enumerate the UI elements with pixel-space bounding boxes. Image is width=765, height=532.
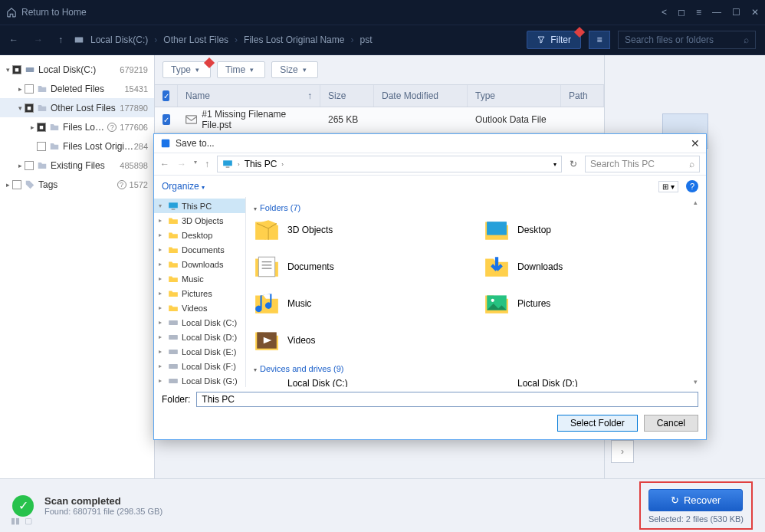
tree-toggle[interactable]: ▸ (159, 246, 165, 253)
view-mode-button[interactable]: ⊞ ▾ (658, 181, 678, 192)
tree-toggle[interactable]: ▸ (159, 377, 165, 384)
dlg-tree-row[interactable]: ▸Downloads (154, 257, 245, 271)
scroll-up[interactable]: ▴ (694, 199, 704, 206)
folder-input[interactable] (196, 392, 698, 407)
dlg-search-input[interactable]: Search This PC ⌕ (585, 156, 700, 172)
crumb-2[interactable]: Files Lost Original Name (244, 34, 344, 45)
crumb-1[interactable]: Other Lost Files (163, 34, 228, 45)
tree-toggle[interactable]: ▸ (159, 319, 165, 326)
time-filter[interactable]: Time▾ (217, 61, 265, 78)
tree-toggle[interactable]: ▸ (159, 304, 165, 311)
preview-next-button[interactable]: › (611, 440, 634, 463)
select-folder-button[interactable]: Select Folder (557, 415, 638, 432)
menu-icon[interactable]: ≡ (696, 7, 701, 18)
tree-toggle[interactable]: ▸ (159, 348, 165, 355)
return-home-button[interactable]: Return to Home (6, 7, 87, 18)
folder-item[interactable]: 3D Objects (254, 217, 468, 243)
tree-row[interactable]: ▾■Local Disk(C:)679219 (0, 60, 154, 79)
tree-toggle[interactable]: ▸ (28, 123, 37, 131)
up-button[interactable]: ↑ (58, 34, 63, 45)
dlg-tree-row[interactable]: ▸Local Disk (D:) (154, 330, 245, 344)
tree-checkbox[interactable]: ■ (25, 103, 34, 113)
help-button[interactable]: ? (686, 180, 698, 192)
dlg-tree-row[interactable]: ▸Local Disk (G:) (154, 373, 245, 387)
dlg-back-button[interactable]: ← (160, 159, 169, 169)
tree-toggle[interactable]: ▸ (159, 232, 165, 238)
folder-item[interactable]: Downloads (484, 254, 698, 280)
forward-button[interactable]: → (34, 34, 43, 45)
tree-row[interactable]: ▾■Other Lost Files177890 (0, 98, 154, 117)
back-button[interactable]: ← (9, 34, 18, 45)
dialog-close-button[interactable]: ✕ (691, 137, 700, 149)
tree-toggle[interactable]: ▸ (159, 217, 165, 224)
share-icon[interactable]: < (662, 7, 667, 18)
dlg-tree-row[interactable]: ▸Pictures (154, 286, 245, 300)
col-date[interactable]: Date Modified (374, 85, 468, 107)
tree-toggle[interactable]: ▸ (159, 275, 165, 282)
help-icon[interactable]: ? (107, 123, 117, 132)
dlg-tree-row[interactable]: ▾This PC (154, 199, 245, 213)
tree-checkbox[interactable] (25, 84, 34, 94)
dlg-tree-row[interactable]: ▸Local Disk (E:) (154, 344, 245, 359)
col-path[interactable]: Path (561, 85, 604, 107)
drives-section-header[interactable]: ▾Devices and drives (9) (254, 364, 698, 373)
col-name[interactable]: Name↑ (178, 85, 320, 107)
scroll-down[interactable]: ▾ (694, 378, 704, 386)
dlg-path-bar[interactable]: › This PC › ▾ (217, 156, 562, 172)
tree-row[interactable]: ▸Tags?1572 (0, 175, 154, 194)
filter-button[interactable]: Filter (527, 31, 581, 49)
dlg-tree-row[interactable]: ▸Videos (154, 300, 245, 315)
tree-checkbox[interactable] (37, 142, 46, 151)
dlg-tree-row[interactable]: ▸Local Disk (F:) (154, 359, 245, 373)
tree-toggle[interactable]: ▸ (159, 363, 165, 369)
cancel-button[interactable]: Cancel (644, 415, 698, 432)
search-input[interactable]: Search files or folders ⌕ (618, 31, 756, 49)
tree-toggle[interactable]: ▸ (159, 333, 165, 340)
dlg-tree-row[interactable]: ▸Music (154, 271, 245, 286)
tree-checkbox[interactable] (12, 180, 21, 189)
tree-row[interactable]: Files Lost Original Dire…284 (0, 136, 154, 156)
dlg-tree-row[interactable]: ▸Desktop (154, 228, 245, 242)
tree-row[interactable]: ▸■Files Lost Origi...?177606 (0, 117, 154, 136)
recover-button[interactable]: ↻ Recover (648, 489, 743, 511)
tree-checkbox[interactable] (25, 161, 34, 170)
pin-icon[interactable]: ◻ (678, 7, 685, 18)
tree-toggle[interactable]: ▸ (3, 181, 12, 189)
dlg-forward-button[interactable]: → (177, 159, 186, 169)
list-view-toggle[interactable]: ≡ (589, 31, 610, 49)
help-icon[interactable]: ? (117, 180, 126, 189)
crumb-0[interactable]: Local Disk(C:) (90, 34, 148, 45)
folder-item[interactable]: Documents (254, 254, 468, 280)
playback-controls[interactable]: ▮▮▢ (11, 516, 32, 526)
minimize-button[interactable]: — (712, 7, 721, 18)
row-checkbox[interactable]: ✓ (163, 114, 170, 125)
col-type[interactable]: Type (468, 85, 561, 107)
tree-checkbox[interactable]: ■ (12, 65, 21, 74)
folder-item[interactable]: Videos (254, 327, 468, 353)
select-all-checkbox[interactable]: ✓ (163, 90, 169, 101)
folder-item[interactable]: Pictures (484, 291, 698, 317)
organize-button[interactable]: Organize ▾ (162, 181, 205, 192)
tree-toggle[interactable]: ▸ (15, 162, 25, 169)
dlg-recent-button[interactable]: ▾ (194, 159, 197, 169)
tree-row[interactable]: ▸Deleted Files15431 (0, 79, 154, 98)
tree-row[interactable]: ▸Existing Files485898 (0, 156, 154, 175)
col-size[interactable]: Size (320, 85, 374, 107)
maximize-button[interactable]: ☐ (732, 7, 740, 18)
crumb-3[interactable]: pst (360, 34, 372, 45)
drive-item[interactable]: Local Disk (D:)69.7 GB free of 110 GB (484, 378, 698, 387)
dlg-tree-row[interactable]: ▸Local Disk (C:) (154, 315, 245, 330)
close-button[interactable]: ✕ (751, 7, 759, 18)
tree-toggle[interactable]: ▸ (159, 261, 165, 268)
tree-toggle[interactable]: ▸ (159, 290, 165, 297)
tree-checkbox[interactable]: ■ (37, 123, 46, 132)
tree-toggle[interactable]: ▸ (15, 85, 25, 93)
dlg-tree-row[interactable]: ▸3D Objects (154, 213, 245, 228)
table-row[interactable]: ✓ #1 Missing Filename File.pst 265 KB Ou… (155, 107, 604, 132)
folders-section-header[interactable]: ▾Folders (7) (254, 203, 698, 212)
dlg-tree-row[interactable]: ▸Documents (154, 242, 245, 257)
dlg-up-button[interactable]: ↑ (205, 159, 209, 169)
tree-toggle[interactable]: ▾ (15, 104, 25, 112)
tree-toggle[interactable]: ▾ (3, 66, 12, 74)
type-filter[interactable]: Type▾ (163, 61, 211, 78)
